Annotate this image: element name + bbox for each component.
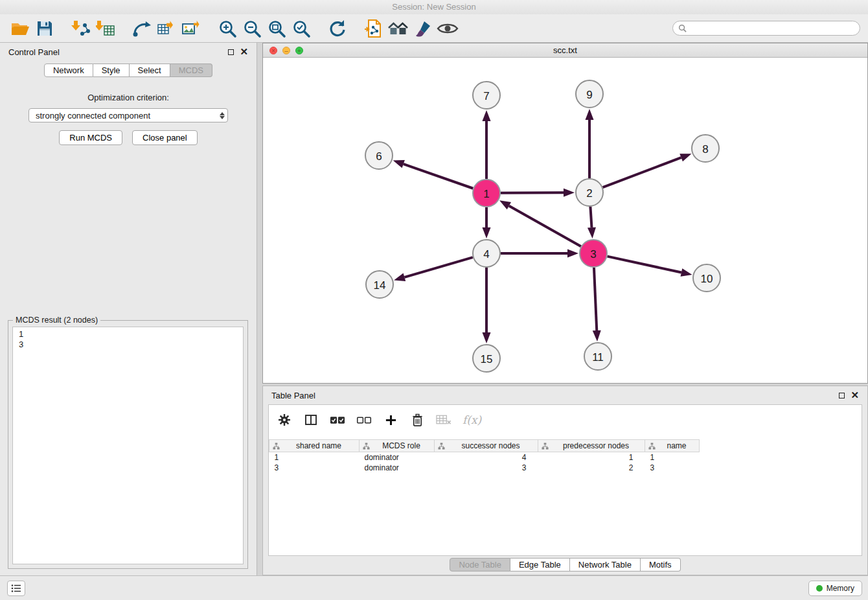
close-panel-icon[interactable]: ✕ [240, 49, 248, 55]
table-cell-filler [700, 463, 714, 473]
criterion-value: strongly connected component [36, 111, 150, 121]
table-cell[interactable]: 1 [269, 452, 360, 463]
export-image-icon[interactable] [179, 17, 203, 40]
save-session-icon[interactable] [32, 17, 57, 40]
edge-arrow-2-9 [586, 109, 594, 120]
search-box[interactable] [672, 21, 860, 36]
edge-3-11[interactable] [594, 268, 597, 330]
deselect-all-icon[interactable] [356, 412, 372, 428]
table-row[interactable]: 3dominator323 [269, 463, 714, 473]
column-header-mcds-role[interactable]: MCDS role [360, 440, 435, 452]
edge-arrow-3-1 [499, 200, 511, 209]
show-columns-icon[interactable] [303, 412, 319, 428]
tab-mcds[interactable]: MCDS [170, 63, 212, 77]
tab-edge-table[interactable]: Edge Table [510, 558, 570, 571]
import-table-from-file-icon[interactable] [93, 17, 118, 40]
tab-network-table[interactable]: Network Table [570, 558, 641, 571]
list-icon [11, 584, 21, 593]
run-mcds-button[interactable]: Run MCDS [59, 130, 122, 145]
mcds-result-group: MCDS result (2 nodes) 13 [8, 320, 248, 569]
zoom-in-icon[interactable] [215, 17, 240, 40]
search-input[interactable] [690, 23, 854, 34]
edge-arrow-4-14 [394, 273, 405, 281]
close-panel-button[interactable]: Close panel [132, 130, 198, 145]
tab-motifs[interactable]: Motifs [641, 558, 681, 571]
task-list-button[interactable] [7, 581, 25, 596]
edge-arrow-1-4 [483, 227, 491, 238]
close-window-button[interactable]: × [269, 47, 277, 54]
network-window-titlebar: × – + scc.txt [263, 43, 867, 58]
import-network-from-file-icon[interactable] [69, 17, 93, 40]
refresh-icon[interactable] [325, 17, 350, 40]
edge-3-10[interactable] [607, 257, 681, 273]
table-cell[interactable]: 1 [645, 452, 700, 463]
apply-style-icon[interactable] [411, 17, 435, 40]
status-bar: Memory [0, 575, 868, 600]
minimize-window-button[interactable]: – [282, 47, 290, 54]
open-file-icon[interactable] [8, 17, 32, 40]
network-view-window: × – + scc.txt 7968124314101511 [262, 43, 868, 384]
criterion-dropdown[interactable]: strongly connected component [29, 108, 228, 122]
table-cell[interactable]: 4 [435, 452, 538, 463]
table-cell[interactable]: dominator [360, 463, 435, 473]
tab-select[interactable]: Select [130, 63, 170, 77]
column-header-name[interactable]: name [645, 440, 700, 452]
column-header-successor-nodes[interactable]: successor nodes [435, 440, 538, 452]
mcds-result-line: 3 [19, 340, 237, 350]
delete-table-icon [436, 412, 451, 428]
table-panel-tabs: Node TableEdge TableNetwork TableMotifs [263, 558, 867, 571]
table-settings-gear-icon[interactable] [277, 412, 292, 428]
node-label-7: 7 [483, 90, 489, 102]
close-table-panel-icon[interactable]: ✕ [851, 392, 859, 398]
network-canvas[interactable]: 7968124314101511 [263, 58, 867, 383]
node-label-2: 2 [586, 187, 592, 200]
edge-arrow-1-7 [483, 110, 491, 121]
edge-2-3[interactable] [590, 207, 591, 227]
column-header-predecessor-nodes[interactable]: predecessor nodes [538, 440, 645, 452]
edge-arrow-3-10 [681, 268, 692, 277]
edge-arrow-4-3 [567, 249, 578, 258]
float-panel-icon[interactable] [228, 49, 234, 55]
zoom-fit-icon[interactable] [264, 17, 289, 40]
mcds-result-list[interactable]: 13 [12, 327, 244, 564]
node-label-3: 3 [590, 248, 596, 260]
new-network-icon[interactable] [130, 17, 154, 40]
edge-4-14[interactable] [404, 257, 472, 277]
edge-2-8[interactable] [603, 157, 681, 187]
table-cell-filler [700, 452, 714, 463]
tab-style[interactable]: Style [93, 63, 130, 77]
edge-3-1[interactable] [509, 206, 581, 247]
clone-network-icon[interactable] [361, 17, 386, 40]
add-column-icon[interactable] [383, 412, 398, 428]
edge-arrow-1-6 [393, 160, 405, 168]
main-toolbar [0, 14, 868, 43]
edge-arrow-3-11 [593, 330, 601, 341]
zoom-selected-icon[interactable] [289, 17, 314, 40]
node-label-9: 9 [586, 89, 592, 101]
tab-node-table[interactable]: Node Table [450, 558, 510, 571]
home-icon[interactable] [386, 17, 411, 40]
table-cell[interactable]: dominator [360, 452, 435, 463]
select-all-icon[interactable] [330, 412, 345, 428]
node-table: shared nameMCDS rolesuccessor nodesprede… [269, 439, 862, 473]
table-cell[interactable]: 2 [538, 463, 645, 473]
delete-column-trash-icon[interactable] [409, 412, 425, 428]
table-cell[interactable]: 3 [435, 463, 538, 473]
table-cell[interactable]: 1 [538, 452, 645, 463]
zoom-window-button[interactable]: + [295, 47, 303, 54]
column-header-shared-name[interactable]: shared name [269, 440, 360, 452]
edge-1-6[interactable] [404, 164, 473, 189]
float-table-panel-icon[interactable] [839, 393, 845, 398]
function-builder-icon: f(x) [463, 413, 481, 426]
table-cell[interactable]: 3 [269, 463, 360, 473]
export-table-icon[interactable] [154, 17, 179, 40]
zoom-out-icon[interactable] [240, 17, 264, 40]
table-cell[interactable]: 3 [645, 463, 700, 473]
table-row[interactable]: 1dominator411 [269, 452, 714, 463]
optimization-criterion-label: Optimization criterion: [0, 93, 257, 102]
tab-network[interactable]: Network [44, 63, 93, 77]
edge-1-2[interactable] [501, 192, 564, 193]
show-hide-icon[interactable] [435, 17, 460, 40]
memory-button[interactable]: Memory [808, 581, 862, 596]
node-label-6: 6 [376, 150, 382, 163]
